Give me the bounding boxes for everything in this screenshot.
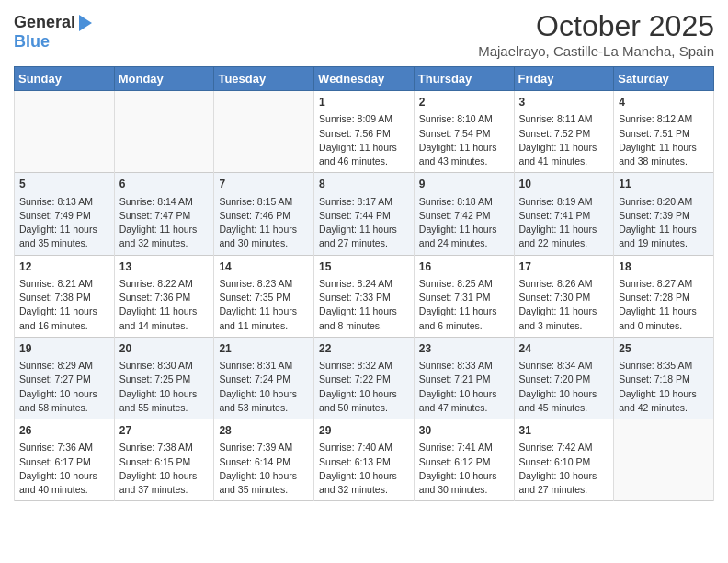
day-info-line: Sunrise: 8:12 AM [619, 112, 709, 126]
day-info-line: Daylight: 10 hours and 37 minutes. [119, 469, 210, 497]
day-info-line: Sunset: 7:36 PM [119, 291, 210, 304]
svg-marker-0 [79, 15, 92, 31]
day-info-line: Sunrise: 8:09 AM [319, 112, 409, 126]
day-info-line: Daylight: 10 hours and 35 minutes. [219, 469, 309, 497]
day-info-line: Sunset: 7:42 PM [419, 209, 509, 223]
day-info-line: Sunset: 7:52 PM [519, 127, 609, 141]
day-info-line: Sunrise: 7:39 AM [219, 441, 309, 454]
day-header-sunday: Sunday [15, 67, 115, 91]
calendar-body: 1Sunrise: 8:09 AMSunset: 7:56 PMDaylight… [15, 91, 714, 501]
day-info-line: Sunset: 7:51 PM [619, 127, 709, 141]
day-info-line: Sunset: 7:31 PM [419, 291, 509, 304]
day-info-line: Daylight: 10 hours and 32 minutes. [319, 469, 409, 497]
day-info-line: Sunrise: 8:23 AM [219, 277, 309, 291]
calendar-cell: 3Sunrise: 8:11 AMSunset: 7:52 PMDaylight… [514, 91, 614, 173]
day-number: 7 [219, 177, 309, 192]
day-info-line: Sunset: 7:54 PM [419, 127, 509, 141]
logo: General Blue [14, 13, 94, 52]
day-info-line: Daylight: 11 hours and 32 minutes. [119, 223, 210, 250]
day-info-line: Daylight: 10 hours and 45 minutes. [519, 387, 609, 415]
day-number: 10 [519, 177, 609, 192]
day-number: 9 [419, 177, 509, 192]
day-info-line: Daylight: 10 hours and 58 minutes. [19, 387, 109, 415]
day-info-line: Sunset: 7:39 PM [619, 209, 709, 223]
day-number: 14 [219, 259, 309, 275]
calendar-cell: 17Sunrise: 8:26 AMSunset: 7:30 PMDayligh… [514, 255, 614, 337]
calendar-cell: 12Sunrise: 8:21 AMSunset: 7:38 PMDayligh… [15, 255, 115, 337]
day-number: 19 [19, 341, 109, 357]
day-info-line: Daylight: 11 hours and 24 minutes. [419, 223, 509, 250]
calendar-cell: 29Sunrise: 7:40 AMSunset: 6:13 PMDayligh… [314, 419, 415, 501]
day-info-line: Sunset: 6:15 PM [119, 455, 210, 469]
day-info-line: Sunrise: 8:35 AM [619, 359, 709, 373]
day-number: 3 [519, 95, 609, 110]
day-info-line: Daylight: 11 hours and 6 minutes. [419, 304, 509, 332]
day-info-line: Sunrise: 8:33 AM [419, 359, 509, 373]
day-number: 5 [19, 177, 109, 192]
day-number: 1 [319, 95, 409, 110]
day-number: 23 [419, 341, 509, 357]
title-block: October 2025 Majaelrayo, Castille-La Man… [478, 9, 714, 59]
day-info-line: Sunset: 6:17 PM [19, 455, 109, 469]
calendar-cell: 14Sunrise: 8:23 AMSunset: 7:35 PMDayligh… [214, 255, 314, 337]
calendar-cell: 30Sunrise: 7:41 AMSunset: 6:12 PMDayligh… [414, 419, 514, 501]
day-info-line: Daylight: 10 hours and 47 minutes. [419, 387, 509, 415]
day-info-line: Sunrise: 8:18 AM [419, 195, 509, 209]
day-number: 31 [519, 423, 609, 439]
day-info-line: Daylight: 11 hours and 19 minutes. [619, 223, 709, 250]
day-info-line: Daylight: 11 hours and 43 minutes. [419, 141, 509, 168]
day-number: 29 [319, 423, 409, 439]
calendar-cell [15, 91, 115, 173]
month-title: October 2025 [478, 9, 714, 43]
calendar-week-1: 5Sunrise: 8:13 AMSunset: 7:49 PMDaylight… [15, 173, 714, 255]
day-info-line: Sunset: 7:38 PM [19, 291, 109, 304]
day-info-line: Sunrise: 8:13 AM [19, 195, 109, 209]
calendar-cell: 19Sunrise: 8:29 AMSunset: 7:27 PMDayligh… [15, 337, 115, 419]
location-text: Majaelrayo, Castille-La Mancha, Spain [478, 43, 714, 59]
day-info-line: Sunset: 7:33 PM [319, 291, 409, 304]
calendar-week-2: 12Sunrise: 8:21 AMSunset: 7:38 PMDayligh… [15, 255, 714, 337]
day-info-line: Daylight: 11 hours and 0 minutes. [619, 304, 709, 332]
day-number: 24 [519, 341, 609, 357]
day-number: 25 [619, 341, 709, 357]
day-info-line: Daylight: 10 hours and 53 minutes. [219, 387, 309, 415]
day-number: 28 [219, 423, 309, 439]
calendar-cell: 28Sunrise: 7:39 AMSunset: 6:14 PMDayligh… [214, 419, 314, 501]
day-info-line: Sunrise: 8:29 AM [19, 359, 109, 373]
day-info-line: Sunrise: 7:40 AM [319, 441, 409, 454]
day-info-line: Sunrise: 8:20 AM [619, 195, 709, 209]
day-number: 18 [619, 259, 709, 275]
day-info-line: Sunrise: 8:25 AM [419, 277, 509, 291]
day-info-line: Sunset: 7:24 PM [219, 373, 309, 386]
day-info-line: Sunset: 7:22 PM [319, 373, 409, 386]
day-info-line: Daylight: 11 hours and 35 minutes. [19, 223, 109, 250]
day-info-line: Sunrise: 8:19 AM [519, 195, 609, 209]
calendar-cell: 26Sunrise: 7:36 AMSunset: 6:17 PMDayligh… [15, 419, 115, 501]
day-number: 12 [19, 259, 109, 275]
day-info-line: Daylight: 10 hours and 50 minutes. [319, 387, 409, 415]
day-info-line: Sunrise: 8:32 AM [319, 359, 409, 373]
calendar-cell: 1Sunrise: 8:09 AMSunset: 7:56 PMDaylight… [314, 91, 415, 173]
day-header-wednesday: Wednesday [314, 67, 415, 91]
calendar-week-4: 26Sunrise: 7:36 AMSunset: 6:17 PMDayligh… [15, 419, 714, 501]
day-info-line: Sunset: 7:44 PM [319, 209, 409, 223]
day-info-line: Sunrise: 8:22 AM [119, 277, 210, 291]
day-info-line: Daylight: 11 hours and 16 minutes. [19, 304, 109, 332]
calendar-header: SundayMondayTuesdayWednesdayThursdayFrid… [15, 67, 714, 91]
calendar-cell: 2Sunrise: 8:10 AMSunset: 7:54 PMDaylight… [414, 91, 514, 173]
day-header-monday: Monday [114, 67, 214, 91]
calendar-cell: 20Sunrise: 8:30 AMSunset: 7:25 PMDayligh… [114, 337, 214, 419]
calendar-week-3: 19Sunrise: 8:29 AMSunset: 7:27 PMDayligh… [15, 337, 714, 419]
day-number: 20 [119, 341, 210, 357]
day-info-line: Sunrise: 8:11 AM [519, 112, 609, 126]
day-info-line: Sunset: 7:20 PM [519, 373, 609, 386]
calendar-cell: 21Sunrise: 8:31 AMSunset: 7:24 PMDayligh… [214, 337, 314, 419]
day-number: 15 [319, 259, 409, 275]
calendar-cell: 7Sunrise: 8:15 AMSunset: 7:46 PMDaylight… [214, 173, 314, 255]
day-info-line: Sunrise: 8:26 AM [519, 277, 609, 291]
day-number: 26 [19, 423, 109, 439]
day-info-line: Daylight: 11 hours and 3 minutes. [519, 304, 609, 332]
day-info-line: Sunset: 6:14 PM [219, 455, 309, 469]
day-info-line: Daylight: 11 hours and 41 minutes. [519, 141, 609, 168]
calendar-cell [614, 419, 714, 501]
